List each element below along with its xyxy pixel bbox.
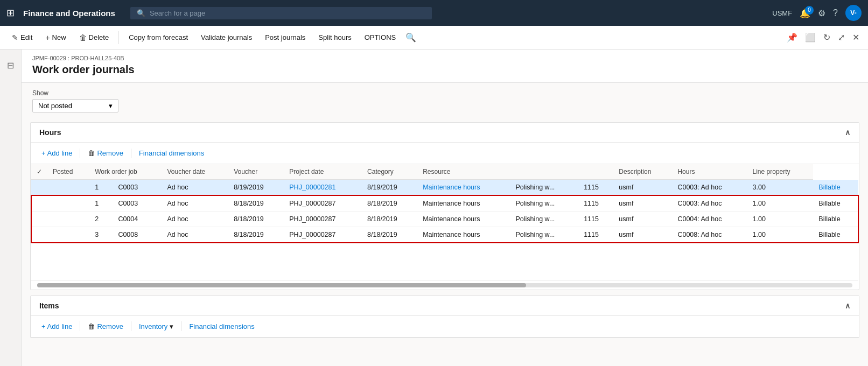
inventory-button[interactable]: Inventory ▾ (135, 320, 178, 333)
add-line-button[interactable]: + Add line (37, 147, 76, 159)
items-section-header[interactable]: Items ∧ (31, 296, 859, 316)
table-row[interactable]: 1 C0003 Ad hoc 8/18/2019 PHJ_00000287 8/… (31, 195, 858, 212)
cell-resource: Polishing w... (510, 212, 578, 227)
separator (118, 31, 119, 44)
table-row[interactable]: 3 C0008 Ad hoc 8/18/2019 PHJ_00000287 8/… (31, 227, 858, 243)
validate-journals-button[interactable]: Validate journals (195, 31, 257, 44)
items-financial-dimensions-button[interactable]: Financial dimensions (185, 320, 258, 333)
cell-seq: 1 (89, 195, 113, 212)
user-avatar[interactable]: V- (845, 5, 862, 21)
hours-table: ✓ Posted Work order job Voucher date Vou… (31, 164, 859, 281)
cell-type: Ad hoc (162, 195, 228, 212)
cell-voucher: PHJ_00000287 (284, 227, 362, 243)
cell-check (31, 227, 47, 243)
refresh-icon[interactable]: ↻ (821, 30, 832, 45)
th-category: Category (362, 164, 417, 180)
table-row[interactable]: 1 C0003 Ad hoc 8/19/2019 PHJ_00000281 8/… (31, 180, 858, 196)
cell-res2: 1115 (578, 227, 613, 243)
options-button[interactable]: OPTIONS (359, 31, 402, 44)
cell-project-date: 8/19/2019 (362, 180, 417, 196)
cell-code: C0003 (113, 195, 162, 212)
table-row[interactable]: 2 C0004 Ad hoc 8/18/2019 PHJ_00000287 8/… (31, 212, 858, 227)
cell-check (31, 195, 47, 212)
sep4 (131, 321, 131, 331)
trash-icon: 🗑 (88, 149, 95, 157)
delete-icon: 🗑 (79, 33, 87, 42)
nav-right: USMF 🔔 0 ⚙ ? V- (772, 5, 862, 21)
cell-line-property: Billable (813, 180, 858, 196)
horizontal-scrollbar[interactable] (37, 283, 852, 287)
items-collapse-icon[interactable]: ∧ (845, 301, 850, 310)
cell-seq: 1 (89, 180, 113, 196)
edit-button[interactable]: ✎ Edit (6, 31, 38, 45)
th-voucher-date: Voucher date (162, 164, 228, 180)
remove-button[interactable]: 🗑 Remove (83, 147, 127, 159)
sep2 (131, 149, 131, 158)
page-title: Work order journals (32, 64, 857, 76)
table-header-row: ✓ Posted Work order job Voucher date Vou… (31, 164, 858, 180)
cell-resource: Polishing w... (510, 227, 578, 243)
settings-icon[interactable]: ⚙ (818, 8, 825, 18)
cell-voucher-date: 8/18/2019 (228, 227, 284, 243)
split-hours-button[interactable]: Split hours (313, 31, 356, 44)
sep3 (80, 321, 80, 331)
search-box[interactable]: 🔍 (130, 7, 432, 19)
financial-dimensions-button[interactable]: Financial dimensions (135, 147, 208, 159)
delete-button[interactable]: 🗑 Delete (74, 31, 115, 45)
help-icon[interactable]: ? (833, 8, 838, 18)
action-bar: ✎ Edit + New 🗑 Delete Copy from forecast… (0, 26, 868, 50)
th-resource: Resource (417, 164, 613, 180)
cell-category: Maintenance hours (417, 195, 510, 212)
cell-line-property: Billable (813, 212, 858, 227)
chevron-down-icon: ▾ (109, 102, 113, 110)
cell-seq: 2 (89, 212, 113, 227)
cell-voucher: PHJ_00000281 (284, 180, 362, 196)
filter-icon[interactable]: ⊟ (3, 56, 18, 75)
collapse-icon[interactable]: ∧ (845, 128, 850, 137)
cell-voucher: PHJ_00000287 (284, 212, 362, 227)
office-icon[interactable]: ⬜ (803, 30, 818, 45)
cell-company: usmf (613, 212, 672, 227)
cell-category: Maintenance hours (417, 180, 510, 196)
notification-icon[interactable]: 🔔 0 (800, 8, 810, 18)
app-title: Finance and Operations (23, 9, 115, 18)
th-hours: Hours (672, 164, 747, 180)
th-posted: Posted (47, 164, 89, 180)
pin-icon[interactable]: 📌 (785, 30, 800, 45)
search-input[interactable] (150, 9, 425, 17)
search-toolbar-icon[interactable]: 🔍 (403, 30, 418, 45)
cell-line-property: Billable (813, 227, 858, 243)
hours-section-header[interactable]: Hours ∧ (31, 123, 859, 143)
items-add-line-button[interactable]: + Add line (37, 320, 76, 333)
cell-company: usmf (613, 227, 672, 243)
show-select[interactable]: Not posted ▾ (32, 99, 118, 112)
cell-type: Ad hoc (162, 227, 228, 243)
expand-icon[interactable]: ⤢ (836, 30, 847, 45)
cell-company: usmf (613, 180, 672, 196)
hours-section-title: Hours (39, 128, 61, 137)
post-journals-button[interactable]: Post journals (260, 31, 311, 44)
cell-description: C0008: Ad hoc (672, 227, 747, 243)
cell-voucher-date: 8/18/2019 (228, 195, 284, 212)
line-property-link[interactable]: Billable (818, 184, 840, 191)
top-navigation: ⊞ Finance and Operations 🔍 USMF 🔔 0 ⚙ ? … (0, 0, 868, 26)
new-button[interactable]: + New (40, 31, 71, 45)
cell-code: C0004 (113, 212, 162, 227)
th-line-property: Line property (747, 164, 814, 180)
cell-project-date: 8/18/2019 (362, 227, 417, 243)
close-icon[interactable]: ✕ (850, 30, 862, 45)
hours-section: Hours ∧ + Add line 🗑 Remove Financial di… (30, 122, 859, 290)
cell-resource: Polishing w... (510, 180, 578, 196)
hours-table-wrap: ✓ Posted Work order job Voucher date Vou… (31, 164, 859, 281)
category-link[interactable]: Maintenance hours (423, 184, 480, 191)
new-icon: + (45, 33, 50, 42)
copy-forecast-button[interactable]: Copy from forecast (123, 31, 193, 44)
cell-seq: 3 (89, 227, 113, 243)
th-work-order-job: Work order job (89, 164, 162, 180)
items-section-title: Items (39, 301, 59, 310)
voucher-link[interactable]: PHJ_00000281 (289, 184, 335, 191)
cell-hours: 1.00 (747, 227, 814, 243)
cell-line-property: Billable (813, 195, 858, 212)
app-grid-icon[interactable]: ⊞ (6, 7, 15, 19)
items-remove-button[interactable]: 🗑 Remove (83, 320, 127, 333)
